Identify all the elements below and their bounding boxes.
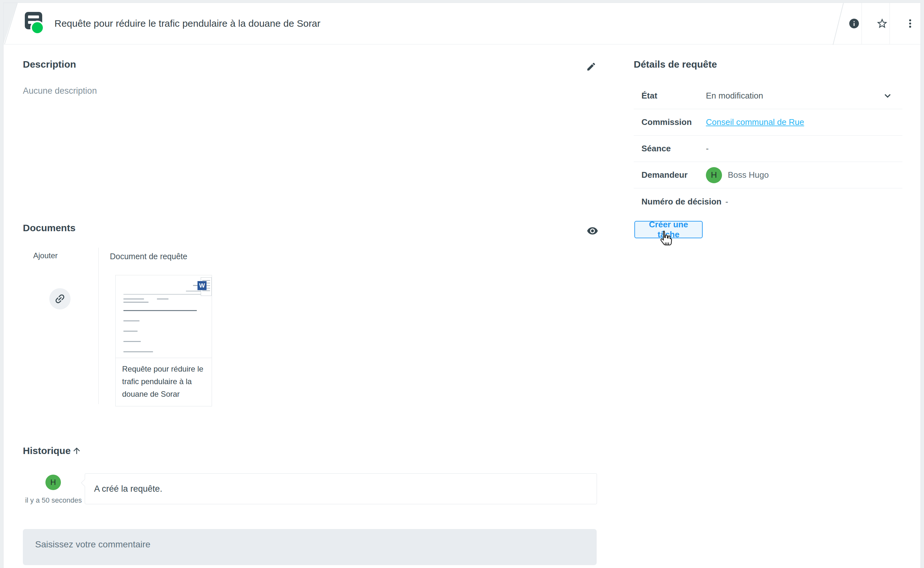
arrow-up-icon — [72, 446, 82, 456]
attach-document-button[interactable] — [49, 288, 71, 310]
detail-row-demandeur: Demandeur H Boss Hugo — [634, 162, 903, 188]
edit-description-button[interactable] — [586, 62, 596, 72]
chevron-down-icon[interactable] — [882, 90, 894, 102]
mouse-cursor-pointer — [658, 230, 672, 248]
preview-line — [123, 299, 144, 299]
detail-row-decision-number: Numéro de décision - — [634, 188, 903, 215]
commission-link[interactable]: Conseil communal de Rue — [706, 117, 804, 127]
word-file-badge: W — [198, 277, 212, 296]
toggle-documents-visibility-button[interactable] — [587, 225, 598, 237]
preview-line — [123, 331, 138, 332]
description-empty-text: Aucune description — [23, 86, 97, 96]
info-button[interactable] — [840, 3, 868, 44]
detail-value: - — [726, 197, 729, 207]
preview-line — [157, 299, 168, 299]
word-logo: W — [198, 281, 207, 290]
requester-avatar: H — [706, 167, 722, 183]
detail-label: Séance — [641, 144, 706, 154]
header-bar: Requête pour réduire le trafic pendulair… — [3, 3, 921, 44]
document-preview-thumbnail: W — [116, 275, 212, 358]
preview-line — [123, 351, 153, 352]
favorite-button[interactable] — [868, 3, 896, 44]
state-select-value[interactable]: En modification — [706, 91, 763, 101]
preview-rule — [123, 294, 204, 295]
detail-label: Demandeur — [641, 170, 706, 180]
documents-heading: Documents — [23, 222, 76, 233]
history-avatar: H — [45, 474, 61, 490]
request-details-panel: Détails de requête État En modification … — [634, 59, 903, 215]
more-actions-button[interactable] — [896, 3, 924, 44]
star-icon — [876, 17, 888, 30]
comment-input[interactable] — [23, 529, 597, 565]
detail-label: Commission — [641, 117, 706, 127]
bubble-tail — [81, 479, 89, 486]
request-detail-page: Requête pour réduire le trafic pendulair… — [0, 0, 924, 568]
page-title: Requête pour réduire le trafic pendulair… — [54, 3, 321, 44]
content-card: Requête pour réduire le trafic pendulair… — [3, 3, 921, 568]
eye-icon — [587, 225, 598, 237]
pencil-icon — [586, 62, 596, 72]
requester-name: Boss Hugo — [728, 170, 769, 180]
detail-row-state[interactable]: État En modification — [634, 83, 903, 109]
request-document-icon-line — [28, 15, 39, 18]
collapse-history-button[interactable] — [72, 446, 82, 456]
detail-value: - — [706, 144, 709, 154]
history-entry-text: A créé la requête. — [94, 484, 162, 494]
details-heading: Détails de requête — [634, 59, 903, 70]
documents-add-label: Ajouter — [33, 251, 57, 260]
preview-title-line — [123, 310, 197, 311]
preview-line — [123, 341, 141, 342]
document-column-label: Document de requête — [110, 252, 187, 261]
request-document-card[interactable]: W Requête pour réduire le trafic pendula… — [115, 275, 212, 406]
preview-line — [123, 320, 139, 321]
history-heading: Historique — [23, 445, 71, 456]
history-entry-bubble: A créé la requête. — [85, 473, 597, 504]
history-timestamp: il y a 50 secondes — [10, 496, 97, 505]
detail-label: Numéro de décision — [641, 197, 726, 207]
preview-line — [123, 302, 148, 303]
detail-label: État — [641, 91, 706, 101]
info-icon — [848, 18, 860, 29]
detail-row-commission: Commission Conseil communal de Rue — [634, 109, 903, 136]
detail-row-seance: Séance - — [634, 136, 903, 162]
request-status-badge-dot — [32, 22, 43, 33]
more-vertical-icon — [905, 18, 916, 29]
document-caption: Requête pour réduire le trafic pendulair… — [116, 358, 212, 406]
description-heading: Description — [23, 59, 76, 70]
link-icon — [51, 290, 69, 308]
